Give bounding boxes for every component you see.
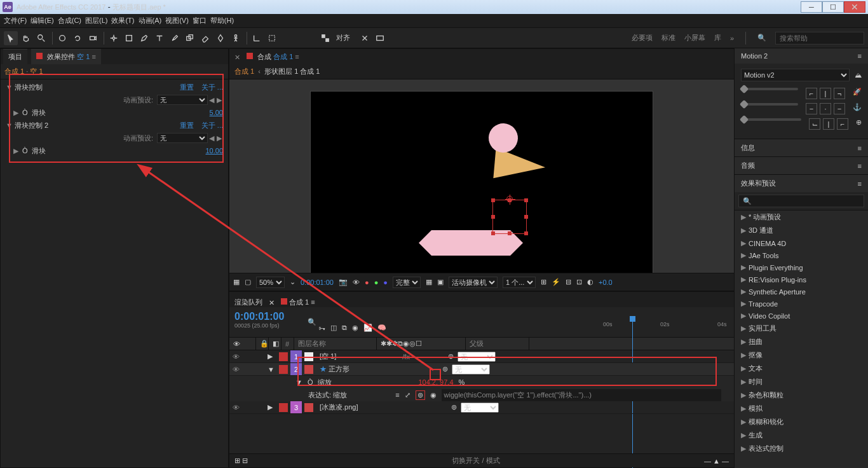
preset-search-input[interactable] bbox=[738, 195, 864, 207]
close-button[interactable]: ✕ bbox=[844, 1, 865, 13]
effect-about-link[interactable]: 关于 ... bbox=[201, 121, 223, 130]
snap-toggle[interactable] bbox=[318, 31, 332, 45]
preset-category[interactable]: ▶Synthetic Aperture bbox=[735, 286, 868, 298]
preset-dropdown[interactable]: 无 bbox=[157, 95, 208, 105]
mask-tool[interactable] bbox=[265, 31, 279, 45]
ws-overflow-icon[interactable]: » bbox=[730, 34, 734, 42]
twirl-icon[interactable]: ▼ bbox=[6, 121, 15, 129]
viewer-tab[interactable]: 合成 合成 1 ≡ bbox=[243, 50, 303, 64]
local-axis-tool[interactable] bbox=[250, 31, 264, 45]
snapshot-icon[interactable]: 📷 bbox=[339, 278, 348, 286]
target-icon[interactable]: ⊕ bbox=[856, 118, 862, 130]
composition-viewport[interactable] bbox=[229, 79, 734, 273]
minimize-button[interactable]: ─ bbox=[801, 1, 822, 13]
puppet-tool[interactable] bbox=[229, 31, 243, 45]
twirl-icon[interactable]: ▼ bbox=[295, 378, 302, 386]
motionblur-icon[interactable]: ◉ bbox=[352, 324, 358, 332]
scale-value[interactable]: 104.2, 97.4 bbox=[418, 378, 453, 386]
motion-btn[interactable]: ⌐ bbox=[806, 88, 817, 99]
menu-effect[interactable]: 效果(T) bbox=[111, 16, 134, 25]
pixel-aspect-icon[interactable]: ⊞ bbox=[541, 278, 546, 286]
preset-category[interactable]: ▶扭曲 bbox=[735, 335, 868, 348]
timeline-search-icon[interactable]: 🔍 bbox=[308, 318, 316, 326]
twirl-icon[interactable]: ▶ bbox=[268, 403, 276, 411]
frameblend-icon[interactable]: ⧉ bbox=[342, 324, 347, 332]
eye-icon[interactable]: 👁 bbox=[229, 353, 242, 361]
anchor-icon[interactable]: ⚓ bbox=[853, 103, 862, 114]
preset-category[interactable]: ▶* 动画预设 bbox=[735, 210, 868, 224]
twirl-icon[interactable]: ▼ bbox=[6, 83, 15, 91]
motion-sketch-icon[interactable] bbox=[373, 31, 387, 45]
ws-tab-standard[interactable]: 标准 bbox=[661, 33, 675, 43]
ws-tab-small[interactable]: 小屏幕 bbox=[684, 33, 705, 43]
prev-preset-icon[interactable]: ◀ bbox=[208, 134, 215, 142]
viewer-close-icon[interactable]: ✕ bbox=[232, 51, 243, 64]
graph-editor-icon[interactable]: 📈 bbox=[363, 324, 372, 332]
panel-menu-icon[interactable]: ≡ bbox=[858, 52, 862, 60]
motion-btn[interactable]: | bbox=[823, 118, 834, 130]
toggle-switches-icon[interactable]: ⊞ ⊟ bbox=[234, 457, 248, 465]
effect-about-link[interactable]: 关于 ... bbox=[201, 83, 223, 92]
menu-anim[interactable]: 动画(A) bbox=[139, 16, 162, 25]
preset-category[interactable]: ▶Trapcode bbox=[735, 298, 868, 310]
brainstorm-icon[interactable]: 🧠 bbox=[377, 324, 386, 332]
shy-icon[interactable]: 🗝 bbox=[318, 324, 325, 332]
preset-category[interactable]: ▶Video Copilot bbox=[735, 310, 868, 322]
motion-btn[interactable]: ⌐ bbox=[837, 118, 848, 130]
viewer-res-icon[interactable]: ⌄ bbox=[290, 278, 295, 286]
project-panel-tab[interactable]: 项目 bbox=[3, 49, 27, 64]
preset-category[interactable]: ▶RE:Vision Plug-ins bbox=[735, 273, 868, 286]
timeline-close-icon[interactable]: ✕ bbox=[269, 299, 275, 307]
selection-tool[interactable] bbox=[4, 31, 18, 45]
draft3d-icon[interactable]: ◫ bbox=[330, 324, 337, 332]
eye-icon[interactable]: 👁 bbox=[229, 404, 242, 411]
preset-category[interactable]: ▶模糊和锐化 bbox=[735, 415, 868, 429]
preset-category[interactable]: ▶表达式控制 bbox=[735, 442, 868, 455]
panel-menu-icon[interactable]: ≡ bbox=[858, 144, 862, 152]
parent-dropdown[interactable]: 无 bbox=[461, 403, 499, 413]
parent-pickwhip-icon[interactable]: ⊚ bbox=[448, 352, 454, 361]
text-tool[interactable] bbox=[153, 31, 166, 45]
preset-category[interactable]: ▶CINEMA 4D bbox=[735, 237, 868, 249]
preset-category[interactable]: ▶生成 bbox=[735, 429, 868, 442]
menu-view[interactable]: 视图(V) bbox=[165, 16, 189, 25]
next-preset-icon[interactable]: ▶ bbox=[215, 134, 223, 142]
preset-category[interactable]: ▶实用工具 bbox=[735, 322, 868, 335]
eraser-tool[interactable] bbox=[198, 31, 212, 45]
channel-icon[interactable]: ● bbox=[365, 279, 369, 286]
parent-dropdown[interactable]: 无 bbox=[452, 364, 490, 375]
toggle-switches-label[interactable]: 切换开关 / 模式 bbox=[248, 456, 704, 465]
menu-help[interactable]: 帮助(H) bbox=[210, 16, 234, 25]
twirl-icon[interactable]: ▶ bbox=[268, 352, 276, 361]
timeline-icon[interactable]: ⊟ bbox=[566, 278, 571, 286]
scale-property-row[interactable]: ▼ Ò 缩放 104.2, 97.4% bbox=[229, 376, 734, 389]
rocket-icon[interactable]: 🚀 bbox=[853, 88, 862, 99]
effect-name[interactable]: 滑块控制 2 bbox=[15, 121, 48, 130]
expr-language-icon[interactable]: ◉ bbox=[430, 391, 437, 399]
motion-btn[interactable]: − bbox=[806, 103, 817, 114]
motion-btn[interactable]: ¬ bbox=[834, 88, 845, 99]
layer-row[interactable]: 👁 ▶ 3 [冰激凌.png] ⊚ 无 bbox=[229, 401, 734, 414]
viewer-time-display[interactable]: 0:00:01:00 bbox=[301, 279, 334, 286]
prev-preset-icon[interactable]: ◀ bbox=[208, 96, 215, 104]
twirl-icon[interactable]: ▶ bbox=[13, 147, 22, 155]
ws-tab-library[interactable]: 库 bbox=[714, 33, 721, 43]
transparency-icon[interactable]: ▦ bbox=[426, 278, 432, 286]
comp-tab[interactable]: 合成 1 ≡ bbox=[281, 298, 315, 307]
stopwatch-icon[interactable]: Ò bbox=[22, 147, 28, 155]
snapping-icon[interactable] bbox=[358, 31, 372, 45]
show-snapshot-icon[interactable]: 👁 bbox=[353, 279, 360, 286]
slider-value[interactable]: 5.00 bbox=[210, 109, 223, 116]
camera-dropdown[interactable]: 活动摄像机 bbox=[449, 277, 498, 288]
roto-tool[interactable] bbox=[214, 31, 227, 45]
motion-slider[interactable] bbox=[741, 88, 798, 90]
twirl-icon[interactable]: ▶ bbox=[13, 109, 22, 117]
effect-name[interactable]: 滑块控制 bbox=[15, 83, 43, 92]
current-time[interactable]: 0:00:01:00 bbox=[234, 311, 301, 322]
menu-edit[interactable]: 编辑(E) bbox=[31, 16, 54, 25]
reset-exposure-icon[interactable]: ◐ bbox=[587, 278, 593, 286]
ws-tab-essentials[interactable]: 必要项 bbox=[632, 33, 653, 43]
viewer-screen-icon[interactable]: ▢ bbox=[245, 278, 251, 286]
layer-row[interactable]: 👁 ▶ 1 [空 1] /fx ⊚ 无 bbox=[229, 350, 734, 363]
preset-category[interactable]: ▶时间 bbox=[735, 375, 868, 389]
